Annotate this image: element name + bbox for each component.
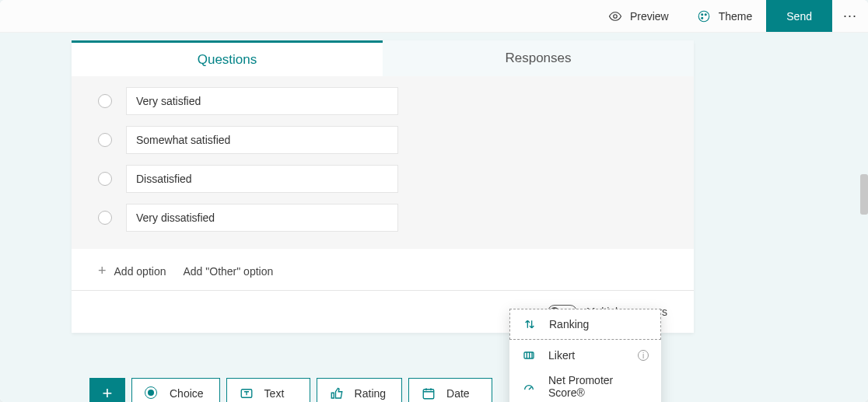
type-label: Date (446, 387, 470, 400)
type-label: Choice (170, 387, 204, 400)
canvas: Questions Responses Very satisfied Somew… (0, 33, 868, 402)
add-option-button[interactable]: + Add option (98, 263, 166, 279)
menu-nps[interactable]: Net Promoter Score® (509, 371, 661, 402)
tab-bar: Questions Responses (72, 40, 694, 76)
text-icon (240, 386, 254, 400)
option-row: Very satisfied (98, 87, 667, 115)
option-text: Dissatisfied (136, 173, 192, 185)
tab-responses[interactable]: Responses (383, 40, 694, 76)
option-row: Dissatisfied (98, 165, 667, 193)
palette-icon (697, 9, 711, 23)
type-date-button[interactable]: Date (408, 378, 492, 402)
choice-icon (145, 386, 159, 400)
option-text: Very satisfied (136, 95, 201, 107)
menu-ranking[interactable]: Ranking (509, 309, 661, 340)
menu-likert[interactable]: Likert i (509, 340, 661, 371)
menu-label: Ranking (549, 318, 589, 330)
radio-icon[interactable] (98, 133, 112, 147)
menu-label: Likert (548, 349, 575, 362)
send-button[interactable]: Send (766, 0, 832, 32)
gauge-icon (522, 380, 536, 393)
radio-icon[interactable] (98, 172, 112, 186)
add-question-button[interactable]: + (89, 378, 125, 402)
type-label: Text (264, 387, 285, 400)
add-question-bar: + Choice Text Rating Date (89, 378, 492, 402)
add-other-label: Add "Other" option (183, 265, 273, 278)
type-label: Rating (355, 387, 386, 400)
plus-icon: + (103, 383, 113, 402)
menu-label: Net Promoter Score® (548, 374, 649, 399)
option-text: Very dissatisfied (136, 211, 215, 224)
svg-point-3 (705, 13, 706, 15)
tab-questions-label: Questions (198, 52, 257, 68)
option-text: Somewhat satisfied (136, 134, 230, 146)
app-window: Preview Theme Send ··· Questions Respons… (0, 0, 868, 402)
option-input[interactable]: Dissatisfied (126, 165, 398, 193)
svg-point-0 (614, 14, 618, 18)
top-toolbar: Preview Theme Send ··· (0, 0, 868, 33)
radio-icon[interactable] (98, 211, 112, 225)
option-input[interactable]: Very satisfied (126, 87, 398, 115)
preview-label: Preview (630, 10, 669, 23)
option-list: Very satisfied Somewhat satisfied Dissat… (72, 76, 694, 249)
thumbs-up-icon (330, 386, 344, 400)
ellipsis-icon: ··· (843, 8, 857, 24)
send-label: Send (786, 10, 812, 23)
type-rating-button[interactable]: Rating (317, 378, 402, 402)
tab-questions[interactable]: Questions (72, 40, 383, 76)
svg-point-4 (701, 17, 702, 19)
likert-icon (522, 349, 536, 362)
plus-icon: + (98, 263, 107, 279)
more-button[interactable]: ··· (832, 0, 868, 32)
form-sheet: Questions Responses Very satisfied Somew… (72, 40, 694, 333)
theme-button[interactable]: Theme (683, 0, 767, 32)
radio-icon[interactable] (98, 94, 112, 108)
calendar-icon (422, 386, 436, 400)
question-editor: Very satisfied Somewhat satisfied Dissat… (72, 76, 694, 333)
type-choice-button[interactable]: Choice (131, 378, 220, 402)
type-text-button[interactable]: Text (226, 378, 310, 402)
option-input[interactable]: Somewhat satisfied (126, 126, 398, 154)
scrollbar-thumb[interactable] (860, 174, 868, 215)
option-row: Somewhat satisfied (98, 126, 667, 154)
tab-responses-label: Responses (505, 51, 571, 66)
theme-label: Theme (719, 10, 753, 23)
info-icon[interactable]: i (638, 350, 649, 361)
svg-rect-6 (423, 390, 434, 399)
option-row: Very dissatisfied (98, 204, 667, 232)
preview-button[interactable]: Preview (594, 0, 683, 32)
ranking-icon (523, 318, 537, 330)
add-option-row: + Add option Add "Other" option (72, 249, 694, 291)
add-option-label: Add option (114, 265, 166, 278)
add-other-button[interactable]: Add "Other" option (183, 265, 273, 278)
svg-point-2 (701, 13, 702, 15)
question-type-menu: Ranking Likert i Net Promoter Score® Sec… (509, 309, 661, 402)
svg-point-1 (698, 11, 709, 22)
option-input[interactable]: Very dissatisfied (126, 204, 398, 232)
eye-icon (608, 9, 622, 23)
